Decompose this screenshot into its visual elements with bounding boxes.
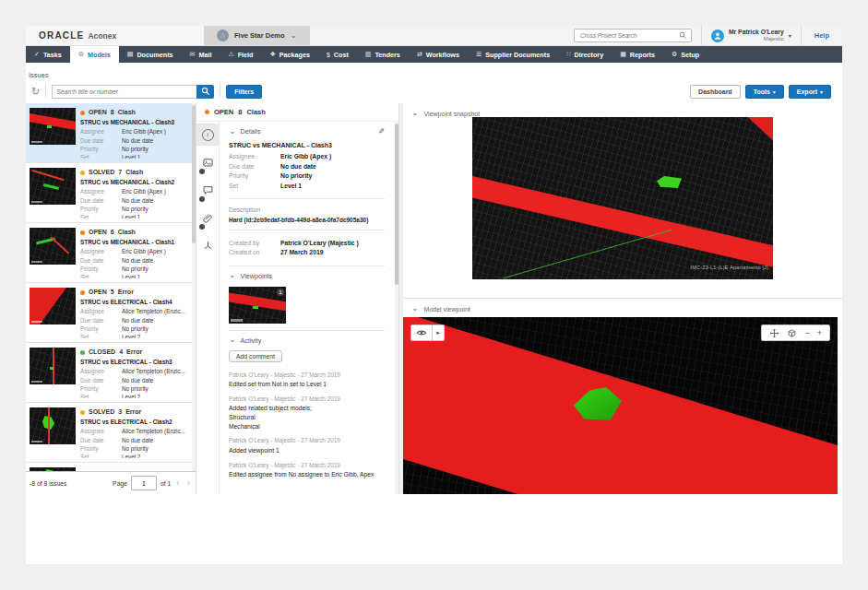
status-dot — [80, 111, 85, 115]
viewpoints-tab[interactable] — [196, 151, 219, 173]
activity-text: Added viewpoint 1 — [229, 446, 385, 455]
activity-entry: Patrick O'Leary - Majestic - 27 March 20… — [229, 372, 385, 389]
nav-setup[interactable]: Setup — [663, 46, 707, 63]
cross-project-search-input[interactable] — [578, 31, 679, 40]
issue-list-item[interactable]: SOLVED3Error STRUC vs ELECTRICAL - Clash… — [26, 403, 196, 463]
oracle-logo: ORACLE — [39, 30, 84, 41]
info-tab[interactable]: i — [196, 124, 219, 146]
model-axis-tab[interactable] — [196, 234, 219, 256]
activity-entry: Patrick O'Leary - Majestic - 27 March 20… — [229, 462, 385, 479]
status-dot — [80, 171, 85, 175]
main-content: OPEN8Clash STRUC vs MECHANICAL - Clash3 … — [26, 103, 842, 494]
issue-search — [52, 85, 214, 99]
project-name: Five Star Demo — [234, 31, 285, 40]
viewpoints-section-title[interactable]: Viewpoints — [241, 272, 273, 280]
issue-list-scrollbar[interactable] — [192, 103, 196, 472]
viewpoint-thumbnail[interactable]: 1 — [229, 287, 286, 324]
status-dot — [80, 350, 85, 355]
issue-list-item[interactable]: OPEN8Clash STRUC vs MECHANICAL - Clash3 … — [26, 103, 196, 163]
project-selector[interactable]: Five Star Demo — [204, 26, 310, 45]
issue-list-item[interactable]: CLOSED4Error STRUC vs ELECTRICAL - Clash… — [26, 343, 196, 403]
activity-meta: Patrick O'Leary - Majestic - 27 March 20… — [229, 437, 385, 443]
dashboard-button[interactable]: Dashboard — [690, 85, 741, 99]
nav-reports[interactable]: Reports — [612, 46, 663, 63]
activity-section-title[interactable]: Activity — [241, 336, 262, 345]
viewpoint-snapshot-image: IMC-Z3-L1-(L)E Apartamento [J] — [472, 117, 773, 279]
user-avatar — [711, 30, 724, 42]
created-on-value: 27 March 2019 — [280, 249, 323, 255]
info-icon: i — [202, 129, 214, 141]
help-link[interactable]: Help — [802, 26, 842, 45]
zoom-in-button[interactable]: + — [817, 328, 822, 337]
page-input[interactable] — [131, 476, 157, 490]
refresh-icon[interactable] — [31, 87, 40, 97]
export-button[interactable]: Export — [789, 85, 831, 99]
user-name: Mr Patrick O'Leary — [729, 29, 784, 36]
model-viewpoint-header[interactable]: Model viewpoint — [403, 299, 842, 315]
nav-tasks[interactable]: Tasks — [26, 46, 70, 63]
nav-workflows[interactable]: Workflows — [409, 46, 468, 63]
expand-tools-button[interactable] — [433, 324, 445, 341]
issue-thumbnail — [30, 228, 76, 265]
workflows-icon — [417, 51, 422, 58]
page-label: Page — [113, 480, 127, 487]
nav-packages[interactable]: Packages — [261, 46, 317, 63]
attachments-tab[interactable] — [196, 206, 219, 229]
issue-list-item[interactable]: OPEN6Clash STRUC vs MECHANICAL - Clash1 … — [26, 223, 196, 283]
edit-icon[interactable] — [378, 127, 385, 136]
issue-list-item[interactable]: OPEN5Error STRUC vs ELECTRICAL - Clash4 … — [26, 283, 196, 343]
pan-button[interactable] — [769, 328, 779, 338]
page-of: of 1 — [161, 480, 171, 487]
brand: ORACLE Aconex — [26, 26, 204, 45]
nav-directory[interactable]: Directory — [558, 46, 612, 63]
issue-detail-header: OPEN8Clash — [196, 103, 398, 121]
pan-icon — [769, 328, 779, 338]
nav-documents[interactable]: Documents — [119, 46, 182, 63]
project-avatar — [217, 30, 229, 41]
main-nav: Tasks Models Documents Mail Field Packag… — [26, 46, 842, 63]
cross-project-search[interactable] — [574, 29, 692, 42]
add-comment-button[interactable]: Add comment — [229, 350, 282, 362]
nav-tenders[interactable]: Tenders — [357, 46, 409, 63]
collapse-icon[interactable] — [229, 274, 236, 277]
nav-mail[interactable]: Mail — [182, 46, 220, 63]
visibility-button[interactable] — [410, 324, 433, 341]
nav-field[interactable]: Field — [220, 46, 261, 63]
cost-icon — [327, 52, 330, 58]
issue-search-input[interactable] — [52, 85, 196, 99]
comments-tab[interactable] — [196, 179, 219, 201]
nav-models[interactable]: Models — [70, 46, 119, 63]
user-org: Majestic — [764, 36, 784, 42]
mail-icon — [190, 51, 196, 58]
tools-button[interactable]: Tools — [745, 85, 784, 99]
models-icon — [78, 51, 84, 58]
documents-icon — [127, 51, 134, 58]
detail-scrollbar[interactable] — [395, 122, 398, 494]
collapse-icon[interactable] — [229, 338, 236, 342]
nav-supplier-documents[interactable]: Supplier Documents — [468, 46, 558, 63]
prev-page-button[interactable] — [174, 478, 181, 488]
model-3d-viewer[interactable]: − + — [403, 317, 838, 494]
page-title: Issues — [29, 71, 49, 79]
nav-cost[interactable]: Cost — [318, 46, 357, 63]
user-menu[interactable]: Mr Patrick O'Leary Majestic — [701, 26, 802, 45]
filters-button[interactable]: Filters — [226, 85, 262, 99]
model-viewpoint-section: Model viewpoint — [403, 299, 842, 494]
pagination: -8 of 8 issues Page of 1 — [26, 471, 196, 494]
issue-search-button[interactable] — [196, 85, 214, 99]
zoom-out-button[interactable]: − — [804, 328, 809, 337]
viewpoint-snapshot-section: Viewpoint snapshot IMC-Z3-L1-(L)E Aparta… — [403, 103, 842, 299]
status-dot — [80, 290, 85, 295]
section-cube-button[interactable] — [787, 328, 797, 338]
collapse-icon[interactable] — [229, 130, 236, 134]
details-section-title[interactable]: Details — [241, 127, 261, 136]
created-on-label: Created on — [229, 249, 280, 255]
viewpoint-snapshot-title: Viewpoint snapshot — [424, 111, 481, 117]
app-window: ORACLE Aconex Five Star Demo Mr Patrick … — [26, 26, 842, 564]
next-page-button[interactable] — [185, 478, 192, 488]
user-text: Mr Patrick O'Leary Majestic — [729, 29, 784, 42]
activity-section: Activity Add comment Patrick O'Leary - M… — [229, 331, 385, 492]
activity-meta: Patrick O'Leary - Majestic - 27 March 20… — [229, 462, 385, 468]
issue-list-item[interactable]: SOLVED7Clash STRUC vs MECHANICAL - Clash… — [26, 163, 196, 223]
issue-list: OPEN8Clash STRUC vs MECHANICAL - Clash3 … — [26, 103, 196, 472]
